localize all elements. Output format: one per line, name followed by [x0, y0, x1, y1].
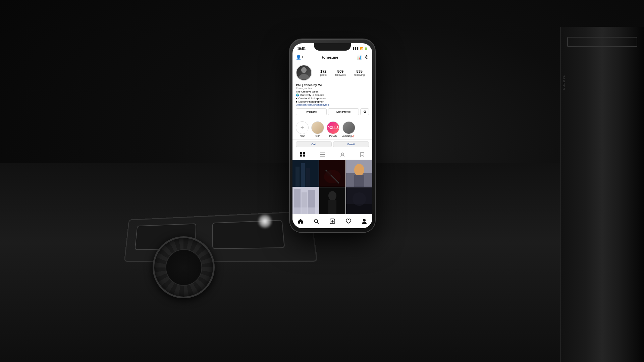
svg-point-0 — [301, 67, 307, 73]
profile-link[interactable]: unsplash.com/@tonesbyme — [296, 103, 369, 106]
add-icon — [330, 219, 335, 224]
bokeh-orb — [258, 215, 272, 228]
search-icon — [314, 219, 319, 224]
grid-photo-6[interactable] — [346, 187, 372, 214]
home-icon — [298, 219, 303, 224]
grid-photo-4[interactable] — [292, 187, 319, 214]
highlight-label-tech: Tech — [315, 135, 320, 137]
posts-count: 172 — [320, 69, 327, 73]
highlight-circle-tech — [311, 121, 324, 134]
add-account-icon[interactable]: 👤+ — [296, 55, 304, 60]
status-icons: ▋▋▋ 📶 🔋 — [353, 47, 368, 50]
highlight-circle-jamming — [342, 121, 355, 134]
heart-icon — [346, 219, 351, 224]
posts-label: posts — [320, 73, 327, 76]
grid-photo-1[interactable] — [292, 160, 319, 187]
tab-tagged[interactable] — [332, 150, 353, 158]
bio-text-1: The Creative Geek — [296, 90, 318, 93]
bio-line-2: 🌍 Currently in Canada — [296, 94, 369, 97]
signal-icon: ▋▋▋ — [353, 47, 359, 50]
posts-stat[interactable]: 172 posts — [320, 69, 327, 76]
ig-top-nav: 👤+ tones.me 📊 ⏱ — [292, 53, 372, 62]
svg-rect-6 — [320, 154, 325, 155]
svg-point-39 — [363, 219, 366, 222]
promote-button[interactable]: Promote — [296, 108, 327, 115]
svg-rect-10 — [296, 167, 300, 187]
bottom-home[interactable] — [296, 217, 305, 226]
svg-rect-11 — [301, 163, 305, 187]
svg-rect-20 — [354, 175, 364, 187]
saved-icon — [360, 152, 365, 157]
avatar-silhouette — [299, 66, 309, 79]
camera-lens-right: TAMRON — [560, 27, 644, 362]
followers-stat[interactable]: 809 followers — [335, 69, 346, 76]
ig-profile: 172 posts 809 followers 835 following — [292, 62, 372, 119]
grid-icon — [300, 152, 305, 157]
grid-photo-4-img — [292, 187, 319, 214]
stats-icon[interactable]: 📊 — [357, 55, 362, 60]
highlight-label-polls: POLLS — [329, 135, 337, 137]
email-button[interactable]: Email — [333, 141, 369, 147]
grid-photo-5-img — [319, 187, 345, 214]
bio-line-3: ■ Creator & Entrepreneur — [296, 97, 369, 100]
globe-icon: 🌍 — [296, 94, 299, 97]
followers-label: followers — [335, 73, 346, 76]
svg-rect-12 — [306, 168, 310, 187]
plus-icon: + — [301, 124, 304, 131]
svg-rect-3 — [300, 155, 302, 157]
lens-ring — [567, 37, 637, 47]
ig-photo-grid — [292, 160, 372, 214]
bottom-add[interactable] — [328, 217, 337, 226]
grid-photo-2-img — [319, 160, 345, 187]
svg-rect-2 — [303, 152, 305, 154]
settings-button[interactable]: ⚙ — [360, 108, 369, 115]
bio-text-2: Currently in Canada — [300, 94, 324, 97]
svg-rect-29 — [319, 187, 345, 214]
highlight-new[interactable]: + New — [296, 121, 309, 137]
highlight-circle-polls: POLLS — [327, 121, 339, 134]
tab-list[interactable] — [313, 150, 333, 158]
ig-contact-row: Call Email — [292, 140, 372, 149]
lens-text: TAMRON — [562, 75, 566, 90]
history-icon[interactable]: ⏱ — [365, 55, 369, 60]
profile-name: Phil | Tones by Me — [296, 83, 369, 87]
edit-profile-button[interactable]: Edit Profile — [328, 108, 359, 115]
following-count: 835 — [354, 69, 365, 73]
highlight-jamming[interactable]: Jamming 🎸 — [342, 121, 355, 137]
ig-tabs — [292, 149, 372, 160]
svg-rect-25 — [292, 207, 319, 214]
highlight-tech[interactable]: Tech — [311, 121, 324, 137]
ig-bio: Phil | Tones by Me Photographer The Crea… — [296, 83, 369, 106]
grid-photo-3-img — [346, 160, 372, 187]
bottom-search[interactable] — [312, 217, 321, 226]
svg-point-8 — [341, 153, 343, 155]
battery-icon: 🔋 — [364, 47, 368, 50]
avatar[interactable] — [296, 65, 312, 81]
bio-text-4: Moody Photographer — [299, 100, 324, 103]
grid-photo-3[interactable] — [346, 160, 372, 187]
grid-photo-6-img — [346, 187, 372, 214]
svg-rect-33 — [346, 187, 372, 214]
svg-point-34 — [314, 219, 318, 223]
ig-stats: 172 posts 809 followers 835 following — [316, 69, 369, 76]
bio-text-3: Creator & Entrepreneur — [299, 97, 326, 100]
tab-saved[interactable] — [353, 150, 373, 158]
profile-icon — [362, 219, 367, 224]
highlight-circle-new: + — [296, 121, 309, 134]
following-stat[interactable]: 835 following — [354, 69, 365, 76]
bottom-profile[interactable] — [360, 217, 369, 226]
highlight-polls[interactable]: POLLS POLLS — [327, 121, 339, 137]
ig-nav-icons: 📊 ⏱ — [357, 55, 369, 60]
highlight-label-jamming: Jamming 🎸 — [342, 135, 355, 137]
profile-title: Photographer — [296, 87, 369, 90]
svg-rect-7 — [320, 156, 325, 157]
tab-grid[interactable] — [292, 150, 313, 158]
grid-photo-5[interactable] — [319, 187, 345, 214]
wifi-icon: 📶 — [360, 47, 363, 50]
bottom-heart[interactable] — [344, 217, 353, 226]
grid-photo-2[interactable] — [319, 160, 345, 187]
tagged-icon — [340, 152, 345, 157]
call-button[interactable]: Call — [296, 141, 332, 147]
bio-line-4: ■ Moody Photographer — [296, 100, 369, 103]
following-label: following — [354, 73, 365, 76]
